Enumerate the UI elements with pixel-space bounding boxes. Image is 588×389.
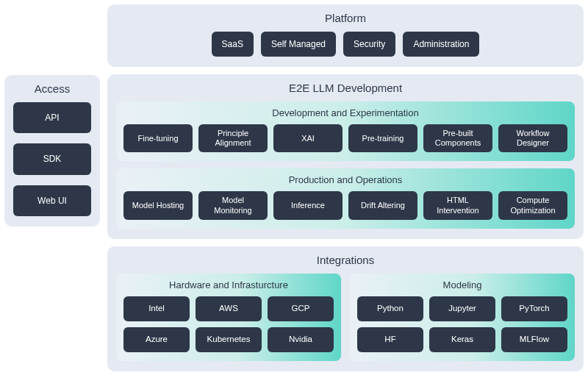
hw-item-gcp: GCP: [268, 296, 334, 321]
hw-item-kubernetes: Kubernetes: [196, 327, 262, 352]
mdl-item-pytorch: PyTorch: [501, 296, 567, 321]
integrations-body: Hardware and Infrasturcture Intel AWS GC…: [116, 274, 575, 361]
prod-item-compute-opt: Compute Optimization: [498, 191, 567, 219]
hw-item-nvidia: Nvidia: [268, 327, 334, 352]
access-item-sdk: SDK: [13, 143, 91, 174]
hardware-title: Hardware and Infrasturcture: [123, 279, 334, 290]
integrations-panel: Integrations Hardware and Infrasturcture…: [107, 246, 584, 371]
prod-item-drift: Drift Altering: [348, 191, 417, 219]
dev-item-finetuning: Fine-tuning: [123, 124, 193, 152]
hw-item-azure: Azure: [123, 327, 190, 352]
dev-item-pretraining: Pre-training: [348, 124, 417, 152]
integrations-title: Integrations: [116, 254, 575, 266]
platform-item-saas: SaaS: [212, 32, 254, 57]
modeling-subpanel: Modeling Python Jupyter PyTorch HF Keras…: [350, 274, 575, 361]
platform-panel: Platform SaaS Self Managed Security Admi…: [107, 4, 584, 67]
prod-item-monitoring: Model Monitoring: [198, 191, 268, 219]
access-item-webui: Web UI: [13, 185, 91, 216]
main-column: Platform SaaS Self Managed Security Admi…: [107, 4, 584, 371]
access-panel: Access API SDK Web UI: [4, 75, 100, 226]
dev-item-prebuilt: Pre-built Components: [423, 124, 492, 152]
access-title: Access: [13, 82, 91, 95]
mdl-item-mlflow: MLFlow: [501, 327, 567, 352]
modeling-title: Modeling: [357, 279, 567, 290]
dev-items: Fine-tuning Principle Alignment XAI Pre-…: [123, 124, 567, 152]
dev-title: Development and Experimentation: [123, 107, 567, 118]
e2e-title: E2E LLM Development: [116, 82, 575, 94]
mdl-item-keras: Keras: [429, 327, 495, 352]
hw-item-intel: Intel: [123, 296, 190, 321]
prod-item-inference: Inference: [273, 191, 343, 219]
hardware-items: Intel AWS GCP Azure Kubernetes Nvidia: [123, 296, 334, 352]
prod-item-html-intervention: HTML Intervention: [423, 191, 492, 219]
mdl-item-python: Python: [357, 296, 423, 321]
platform-item-security: Security: [343, 32, 395, 57]
prod-items: Model Hosting Model Monitoring Inference…: [123, 191, 567, 219]
e2e-panel: E2E LLM Development Development and Expe…: [107, 74, 584, 239]
access-items: API SDK Web UI: [13, 102, 91, 216]
platform-items: SaaS Self Managed Security Administratio…: [116, 32, 575, 57]
dev-item-workflow-designer: Workflow Designer: [498, 124, 567, 152]
dev-item-principle-alignment: Principle Alignment: [198, 124, 268, 152]
diagram-root: Access API SDK Web UI Platform SaaS Self…: [4, 4, 584, 371]
prod-subpanel: Production and Operations Model Hosting …: [116, 168, 575, 228]
prod-title: Production and Operations: [123, 174, 567, 185]
modeling-items: Python Jupyter PyTorch HF Keras MLFlow: [357, 296, 567, 352]
dev-item-xai: XAI: [273, 124, 343, 152]
access-column: Access API SDK Web UI: [4, 4, 100, 371]
access-item-api: API: [13, 102, 91, 133]
platform-title: Platform: [116, 12, 575, 24]
mdl-item-hf: HF: [357, 327, 423, 352]
hw-item-aws: AWS: [196, 296, 262, 321]
prod-item-hosting: Model Hosting: [123, 191, 193, 219]
mdl-item-jupyter: Jupyter: [429, 296, 495, 321]
dev-subpanel: Development and Experimentation Fine-tun…: [116, 101, 575, 161]
hardware-subpanel: Hardware and Infrasturcture Intel AWS GC…: [116, 274, 341, 361]
platform-item-admin: Administration: [403, 32, 479, 57]
platform-item-selfmanaged: Self Managed: [261, 32, 336, 57]
